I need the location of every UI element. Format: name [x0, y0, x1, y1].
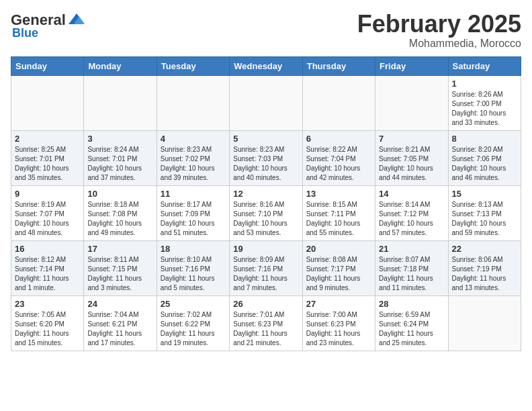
day-cell: 6Sunrise: 8:22 AMSunset: 7:04 PMDaylight…: [302, 130, 375, 185]
day-number: 23: [15, 299, 80, 309]
day-number: 10: [87, 189, 152, 199]
day-number: 18: [161, 244, 226, 254]
day-cell: 10Sunrise: 8:18 AMSunset: 7:08 PMDayligh…: [84, 185, 157, 240]
day-number: 1: [452, 79, 517, 89]
day-cell: 7Sunrise: 8:21 AMSunset: 7:05 PMDaylight…: [375, 130, 448, 185]
weekday-header-thursday: Thursday: [302, 56, 375, 75]
day-info: Sunrise: 7:01 AMSunset: 6:23 PMDaylight:…: [233, 310, 298, 348]
day-number: 3: [87, 134, 152, 144]
day-cell: 24Sunrise: 7:04 AMSunset: 6:21 PMDayligh…: [84, 295, 157, 351]
day-cell: 13Sunrise: 8:15 AMSunset: 7:11 PMDayligh…: [302, 185, 375, 240]
day-info: Sunrise: 8:07 AMSunset: 7:18 PMDaylight:…: [379, 255, 444, 293]
day-cell: 12Sunrise: 8:16 AMSunset: 7:10 PMDayligh…: [230, 185, 302, 240]
day-info: Sunrise: 8:11 AMSunset: 7:15 PMDaylight:…: [87, 255, 152, 293]
day-number: 22: [452, 244, 517, 254]
day-cell: [157, 75, 229, 130]
day-number: 25: [161, 299, 226, 309]
day-info: Sunrise: 8:06 AMSunset: 7:19 PMDaylight:…: [452, 255, 517, 293]
day-cell: 4Sunrise: 8:23 AMSunset: 7:02 PMDaylight…: [157, 130, 229, 185]
day-cell: 28Sunrise: 6:59 AMSunset: 6:24 PMDayligh…: [375, 295, 448, 351]
day-info: Sunrise: 8:23 AMSunset: 7:03 PMDaylight:…: [233, 145, 298, 183]
day-info: Sunrise: 8:08 AMSunset: 7:17 PMDaylight:…: [306, 255, 371, 293]
day-info: Sunrise: 7:04 AMSunset: 6:21 PMDaylight:…: [87, 310, 152, 348]
weekday-header-monday: Monday: [84, 56, 157, 75]
day-cell: [375, 75, 448, 130]
page-header: General Blue February 2025 Mohammedia, M…: [11, 11, 521, 50]
day-info: Sunrise: 8:22 AMSunset: 7:04 PMDaylight:…: [306, 145, 371, 183]
week-row-2: 2Sunrise: 8:25 AMSunset: 7:01 PMDaylight…: [11, 130, 521, 185]
day-cell: 3Sunrise: 8:24 AMSunset: 7:01 PMDaylight…: [84, 130, 157, 185]
logo-icon: [67, 11, 86, 30]
day-cell: 22Sunrise: 8:06 AMSunset: 7:19 PMDayligh…: [448, 240, 521, 295]
day-number: 8: [452, 134, 517, 144]
day-info: Sunrise: 8:12 AMSunset: 7:14 PMDaylight:…: [15, 255, 80, 293]
day-info: Sunrise: 8:15 AMSunset: 7:11 PMDaylight:…: [306, 200, 371, 238]
location: Mohammedia, Morocco: [357, 38, 521, 50]
day-number: 26: [233, 299, 298, 309]
day-info: Sunrise: 8:23 AMSunset: 7:02 PMDaylight:…: [161, 145, 226, 183]
day-cell: [84, 75, 157, 130]
weekday-header-row: SundayMondayTuesdayWednesdayThursdayFrid…: [11, 56, 521, 75]
day-cell: 5Sunrise: 8:23 AMSunset: 7:03 PMDaylight…: [230, 130, 302, 185]
day-info: Sunrise: 8:24 AMSunset: 7:01 PMDaylight:…: [87, 145, 152, 183]
day-cell: 11Sunrise: 8:17 AMSunset: 7:09 PMDayligh…: [157, 185, 229, 240]
day-number: 28: [379, 299, 444, 309]
day-number: 2: [15, 134, 80, 144]
day-cell: 14Sunrise: 8:14 AMSunset: 7:12 PMDayligh…: [375, 185, 448, 240]
calendar-table: SundayMondayTuesdayWednesdayThursdayFrid…: [11, 56, 521, 351]
day-cell: [230, 75, 302, 130]
day-number: 20: [306, 244, 371, 254]
day-number: 24: [87, 299, 152, 309]
day-cell: 17Sunrise: 8:11 AMSunset: 7:15 PMDayligh…: [84, 240, 157, 295]
day-number: 5: [233, 134, 298, 144]
day-info: Sunrise: 8:21 AMSunset: 7:05 PMDaylight:…: [379, 145, 444, 183]
day-cell: 25Sunrise: 7:02 AMSunset: 6:22 PMDayligh…: [157, 295, 229, 351]
day-cell: 9Sunrise: 8:19 AMSunset: 7:07 PMDaylight…: [11, 185, 84, 240]
day-number: 27: [306, 299, 371, 309]
day-cell: 23Sunrise: 7:05 AMSunset: 6:20 PMDayligh…: [11, 295, 84, 351]
day-info: Sunrise: 8:16 AMSunset: 7:10 PMDaylight:…: [233, 200, 298, 238]
day-cell: 26Sunrise: 7:01 AMSunset: 6:23 PMDayligh…: [230, 295, 302, 351]
day-number: 19: [233, 244, 298, 254]
day-cell: 20Sunrise: 8:08 AMSunset: 7:17 PMDayligh…: [302, 240, 375, 295]
day-cell: 2Sunrise: 8:25 AMSunset: 7:01 PMDaylight…: [11, 130, 84, 185]
day-cell: [448, 295, 521, 351]
day-number: 12: [233, 189, 298, 199]
day-cell: 8Sunrise: 8:20 AMSunset: 7:06 PMDaylight…: [448, 130, 521, 185]
day-number: 7: [379, 134, 444, 144]
weekday-header-saturday: Saturday: [448, 56, 521, 75]
day-info: Sunrise: 7:02 AMSunset: 6:22 PMDaylight:…: [161, 310, 226, 348]
day-info: Sunrise: 8:26 AMSunset: 7:00 PMDaylight:…: [452, 90, 517, 128]
logo-general-text: General: [11, 13, 66, 28]
day-info: Sunrise: 8:09 AMSunset: 7:16 PMDaylight:…: [233, 255, 298, 293]
logo: General Blue: [11, 11, 86, 39]
day-cell: 15Sunrise: 8:13 AMSunset: 7:13 PMDayligh…: [448, 185, 521, 240]
weekday-header-sunday: Sunday: [11, 56, 84, 75]
week-row-4: 16Sunrise: 8:12 AMSunset: 7:14 PMDayligh…: [11, 240, 521, 295]
day-info: Sunrise: 8:10 AMSunset: 7:16 PMDaylight:…: [161, 255, 226, 293]
day-number: 16: [15, 244, 80, 254]
day-info: Sunrise: 8:14 AMSunset: 7:12 PMDaylight:…: [379, 200, 444, 238]
week-row-5: 23Sunrise: 7:05 AMSunset: 6:20 PMDayligh…: [11, 295, 521, 351]
day-info: Sunrise: 6:59 AMSunset: 6:24 PMDaylight:…: [379, 310, 444, 348]
day-number: 15: [452, 189, 517, 199]
day-number: 11: [161, 189, 226, 199]
day-cell: [302, 75, 375, 130]
day-number: 17: [87, 244, 152, 254]
day-cell: 16Sunrise: 8:12 AMSunset: 7:14 PMDayligh…: [11, 240, 84, 295]
day-cell: 21Sunrise: 8:07 AMSunset: 7:18 PMDayligh…: [375, 240, 448, 295]
day-cell: [11, 75, 84, 130]
day-info: Sunrise: 8:19 AMSunset: 7:07 PMDaylight:…: [15, 200, 80, 238]
day-info: Sunrise: 8:20 AMSunset: 7:06 PMDaylight:…: [452, 145, 517, 183]
day-info: Sunrise: 8:17 AMSunset: 7:09 PMDaylight:…: [161, 200, 226, 238]
week-row-1: 1Sunrise: 8:26 AMSunset: 7:00 PMDaylight…: [11, 75, 521, 130]
day-number: 9: [15, 189, 80, 199]
day-cell: 19Sunrise: 8:09 AMSunset: 7:16 PMDayligh…: [230, 240, 302, 295]
day-info: Sunrise: 7:00 AMSunset: 6:23 PMDaylight:…: [306, 310, 371, 348]
month-title: February 2025: [357, 11, 521, 38]
day-info: Sunrise: 8:25 AMSunset: 7:01 PMDaylight:…: [15, 145, 80, 183]
week-row-3: 9Sunrise: 8:19 AMSunset: 7:07 PMDaylight…: [11, 185, 521, 240]
day-number: 4: [161, 134, 226, 144]
day-number: 13: [306, 189, 371, 199]
weekday-header-friday: Friday: [375, 56, 448, 75]
